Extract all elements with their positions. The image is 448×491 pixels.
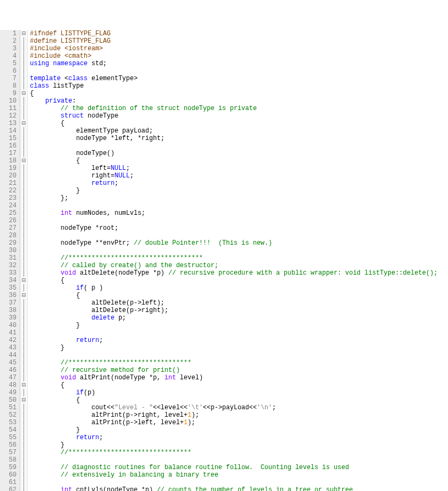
fold-marker[interactable]: ⊟ xyxy=(20,381,27,389)
code-line[interactable] xyxy=(30,352,448,359)
code-line[interactable] xyxy=(30,329,448,337)
code-line[interactable]: { xyxy=(30,157,448,165)
code-line[interactable]: nodeType *root; xyxy=(30,224,448,232)
code-line[interactable]: left=NULL; xyxy=(30,165,448,172)
code-line[interactable]: // called by create() and the destructor… xyxy=(30,262,448,269)
fold-marker[interactable]: │ xyxy=(20,232,27,239)
code-line[interactable]: if( p ) xyxy=(30,284,448,292)
fold-marker[interactable]: │ xyxy=(20,75,27,82)
code-line[interactable]: altPrint(p->left, level+1); xyxy=(30,419,448,426)
fold-marker[interactable]: ⊟ xyxy=(20,277,27,284)
code-line[interactable]: void altDelete(nodeType *p) // recursive… xyxy=(30,269,448,277)
fold-marker[interactable]: │ xyxy=(20,404,27,411)
code-line[interactable]: // diagnostic routines for balance routi… xyxy=(30,464,448,471)
code-line[interactable]: } xyxy=(30,344,448,352)
code-line[interactable]: return; xyxy=(30,337,448,344)
code-line[interactable]: return; xyxy=(30,180,448,187)
code-line[interactable]: //******************************** xyxy=(30,449,448,456)
code-line[interactable]: return; xyxy=(30,434,448,441)
code-line[interactable]: nodeType() xyxy=(30,150,448,157)
code-line[interactable]: class listType xyxy=(30,82,448,90)
fold-column[interactable]: ⊟│││││││⊟│││⊟││││⊟│││││││││││││││⊟│⊟││││… xyxy=(20,30,28,491)
code-line[interactable] xyxy=(30,479,448,486)
code-line[interactable]: altDelete(p->right); xyxy=(30,307,448,314)
code-line[interactable]: { xyxy=(30,381,448,389)
code-line[interactable]: //******************************** xyxy=(30,359,448,367)
fold-marker[interactable]: │ xyxy=(20,135,27,142)
fold-marker[interactable]: │ xyxy=(20,307,27,314)
code-line[interactable]: altDelete(p->left); xyxy=(30,299,448,307)
fold-marker[interactable]: │ xyxy=(20,269,27,277)
code-line[interactable]: void altPrint(nodeType *p, int level) xyxy=(30,374,448,381)
code-line[interactable]: { xyxy=(30,292,448,299)
code-line[interactable]: if(p) xyxy=(30,389,448,396)
code-line[interactable]: // the definition of the struct nodeType… xyxy=(30,105,448,112)
code-line[interactable]: struct nodeType xyxy=(30,112,448,120)
code-line[interactable] xyxy=(30,217,448,224)
fold-marker[interactable]: │ xyxy=(20,45,27,52)
code-line[interactable]: private: xyxy=(30,97,448,105)
code-editor[interactable]: 1 2 3 4 5 6 7 8 9 10 11 12 13 14 15 16 1… xyxy=(0,30,448,491)
code-line[interactable] xyxy=(30,142,448,150)
fold-marker[interactable]: │ xyxy=(20,299,27,307)
fold-marker[interactable]: │ xyxy=(20,486,27,491)
fold-marker[interactable]: │ xyxy=(20,127,27,135)
fold-marker[interactable]: │ xyxy=(20,97,27,105)
fold-marker[interactable]: │ xyxy=(20,352,27,359)
code-line[interactable]: } xyxy=(30,187,448,194)
code-line[interactable]: elementType payLoad; xyxy=(30,127,448,135)
fold-marker[interactable]: │ xyxy=(20,434,27,441)
code-line[interactable]: #define LISTTYPE_FLAG xyxy=(30,37,448,45)
fold-marker[interactable]: │ xyxy=(20,37,27,45)
fold-marker[interactable]: │ xyxy=(20,105,27,112)
fold-marker[interactable]: │ xyxy=(20,254,27,262)
fold-marker[interactable]: │ xyxy=(20,374,27,381)
code-line[interactable]: { xyxy=(30,120,448,127)
fold-marker[interactable]: ⊟ xyxy=(20,90,27,97)
code-line[interactable] xyxy=(30,67,448,75)
code-line[interactable]: } xyxy=(30,426,448,434)
code-area[interactable]: #ifndef LISTTYPE_FLAG#define LISTTYPE_FL… xyxy=(28,30,448,491)
fold-marker[interactable]: │ xyxy=(20,112,27,120)
fold-marker[interactable]: │ xyxy=(20,52,27,60)
code-line[interactable]: }; xyxy=(30,194,448,202)
code-line[interactable]: int cntLvls(nodeType *p) // counts the n… xyxy=(30,486,448,491)
fold-marker[interactable]: │ xyxy=(20,337,27,344)
code-line[interactable]: delete p; xyxy=(30,314,448,322)
fold-marker[interactable]: │ xyxy=(20,262,27,269)
code-line[interactable]: // extensively in balancing a binary tre… xyxy=(30,471,448,479)
code-line[interactable] xyxy=(30,247,448,254)
fold-marker[interactable]: │ xyxy=(20,456,27,464)
fold-marker[interactable]: │ xyxy=(20,329,27,337)
fold-marker[interactable]: │ xyxy=(20,194,27,202)
code-line[interactable]: #ifndef LISTTYPE_FLAG xyxy=(30,30,448,37)
fold-marker[interactable]: ⊟ xyxy=(20,292,27,299)
fold-marker[interactable]: │ xyxy=(20,411,27,419)
fold-marker[interactable]: ⊟ xyxy=(20,30,27,37)
code-line[interactable]: #include <cmath> xyxy=(30,52,448,60)
fold-marker[interactable]: │ xyxy=(20,224,27,232)
fold-marker[interactable]: │ xyxy=(20,187,27,194)
code-line[interactable]: int numNodes, numLvls; xyxy=(30,209,448,217)
fold-marker[interactable]: │ xyxy=(20,172,27,180)
code-line[interactable]: nodeType *left, *right; xyxy=(30,135,448,142)
fold-marker[interactable]: │ xyxy=(20,60,27,67)
fold-marker[interactable]: │ xyxy=(20,464,27,471)
fold-marker[interactable]: │ xyxy=(20,239,27,247)
code-line[interactable]: nodeType **envPtr; // double Pointer!!! … xyxy=(30,239,448,247)
code-line[interactable]: //*********************************** xyxy=(30,254,448,262)
fold-marker[interactable]: │ xyxy=(20,359,27,367)
fold-marker[interactable]: │ xyxy=(20,67,27,75)
fold-marker[interactable]: │ xyxy=(20,449,27,456)
fold-marker[interactable]: │ xyxy=(20,142,27,150)
code-line[interactable]: cout<<"Level - "<<level<<'\t'<<p->payLoa… xyxy=(30,404,448,411)
code-line[interactable]: altPrint(p->right, level+1); xyxy=(30,411,448,419)
fold-marker[interactable]: │ xyxy=(20,389,27,396)
fold-marker[interactable]: │ xyxy=(20,344,27,352)
fold-marker[interactable]: │ xyxy=(20,426,27,434)
fold-marker[interactable]: │ xyxy=(20,322,27,329)
fold-marker[interactable]: │ xyxy=(20,217,27,224)
code-line[interactable]: #include <iostream> xyxy=(30,45,448,52)
fold-marker[interactable]: │ xyxy=(20,419,27,426)
fold-marker[interactable]: ⊟ xyxy=(20,120,27,127)
